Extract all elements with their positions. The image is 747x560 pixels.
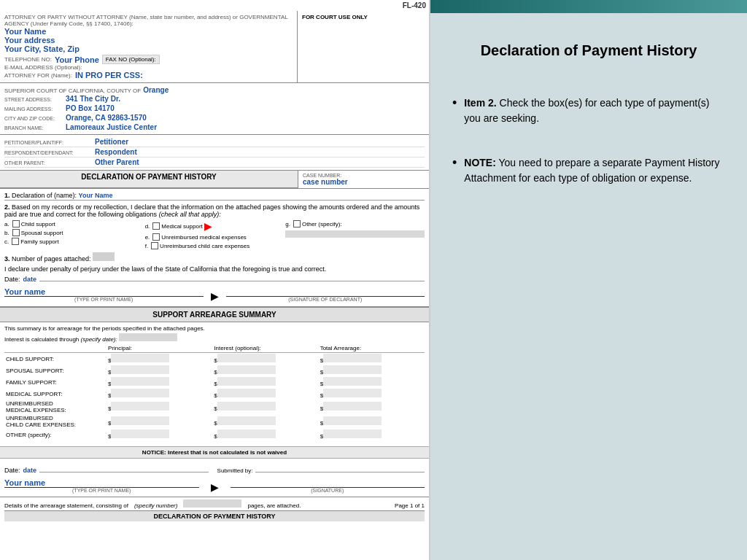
email-label: E-MAIL ADDRESS (Optional): (4, 64, 82, 71)
unreimb-med-interest[interactable] (217, 402, 276, 411)
submitted-line (255, 472, 425, 472)
other-total[interactable] (323, 429, 382, 438)
case-number-label: CASE NUMBER: (303, 173, 425, 178)
summary-type-print: (TYPE OR PRINT NAME) (4, 488, 199, 493)
checkbox-e: e. Unreimbursed medical expenses (145, 233, 285, 241)
footer-row: Details of the arrearage statement, cons… (4, 499, 425, 509)
family-interest[interactable] (217, 377, 276, 386)
row-label: SPOUSAL SUPPORT: (4, 365, 107, 376)
date-value: date (23, 276, 37, 283)
your-name-field: Your name (4, 287, 204, 296)
family-total[interactable] (323, 377, 382, 386)
tel-value: Your Phone (55, 55, 99, 64)
attorney-left: ATTORNEY OR PARTY WITHOUT ATTORNEY (Name… (0, 11, 298, 82)
child-total[interactable] (323, 354, 382, 362)
spousal-total[interactable] (323, 365, 382, 374)
bullet-2: • NOTE: You need to prepare a separate P… (452, 155, 725, 186)
summary-note2: Interest is calculated through (specify … (4, 333, 425, 343)
checkbox-b: b. Spousal support (4, 229, 144, 236)
checkbox-f-box[interactable] (151, 242, 158, 249)
perjury-statement: I declare under penalty of perjury under… (4, 265, 425, 273)
row-unreimbursed-medical: UNREIMBURSEDMEDICAL EXPENSES: $ $ $ (4, 400, 425, 414)
spousal-principal[interactable] (111, 365, 169, 374)
checkbox-c-box[interactable] (12, 238, 19, 245)
medical-principal[interactable] (111, 389, 169, 397)
info-title: Declaration of Payment History (452, 42, 725, 59)
checkbox-f-label: Unreimbursed child care expenses (160, 243, 249, 249)
spousal-interest[interactable] (217, 365, 276, 374)
branch-value: Lamoreaux Justice Center (66, 123, 157, 131)
unreimb-cc-principal[interactable] (111, 416, 169, 425)
form-title: DECLARATION OF PAYMENT HISTORY (0, 171, 298, 188)
court-county: Orange (143, 86, 169, 94)
court-label: SUPERIOR COURT OF CALIFORNIA, COUNTY OF (4, 88, 141, 94)
checkbox-g: g. Other (specify): (285, 220, 425, 228)
row-label: MEDICAL SUPPORT: (4, 388, 107, 400)
court-section: SUPERIOR COURT OF CALIFORNIA, COUNTY OF … (0, 83, 429, 135)
summary-name-field: Your name (TYPE OR PRINT NAME) (4, 478, 199, 493)
checkbox-d: d. Medical support ▶ (145, 220, 285, 232)
summary-section: This summary is for arrearage for the pe… (0, 322, 429, 443)
row-label: OTHER (specify): (4, 429, 107, 440)
child-interest[interactable] (217, 354, 276, 362)
unreimb-cc-total[interactable] (323, 416, 382, 425)
summary-date-row: Date: date Submitted by: (4, 467, 425, 474)
bullet-dot-2: • (452, 155, 457, 171)
fax-field: FAX NO (Optional): (102, 55, 160, 64)
pages-field[interactable] (93, 252, 115, 261)
bullet-2-text: NOTE: You need to prepare a separate Pay… (464, 155, 725, 186)
petitioner-label: PETITIONER/PLAINTIFF: (4, 140, 92, 145)
unreimb-cc-interest[interactable] (217, 416, 276, 425)
bullet-2-bold: NOTE: (464, 157, 496, 168)
item-3: 3. Number of pages attached: (4, 252, 425, 262)
medical-interest[interactable] (217, 389, 276, 397)
for-court-box: FOR COURT USE ONLY (298, 11, 429, 82)
attorney-label: ATTORNEY OR PARTY WITHOUT ATTORNEY (Name… (4, 14, 293, 27)
specify-number-input[interactable] (183, 499, 241, 508)
checkbox-b-box[interactable] (12, 229, 20, 236)
row-child-support: CHILD SUPPORT: $ $ $ (4, 353, 425, 365)
pages-attached-text: pages, are attached. (247, 502, 301, 509)
other-parent-label: OTHER PARENT: (4, 160, 92, 166)
bullet-1-rest: Check the box(es) for each type of payme… (464, 97, 709, 124)
petitioner-value: Petitioner (95, 138, 128, 146)
checkbox-d-box[interactable] (152, 222, 160, 230)
bottom-form-title: DECLARATION OF PAYMENT HISTORY (4, 510, 425, 521)
col-total: Total Arrearage: (319, 344, 425, 353)
bullet-2-rest: You need to prepare a separate Payment H… (464, 157, 719, 184)
footer-text: Details of the arrearage statement, cons… (4, 502, 128, 509)
summary-date-value: date (23, 467, 37, 474)
summary-your-name: Your name (4, 478, 199, 487)
checkbox-a-label: Child support (21, 221, 55, 228)
row-label: UNREIMBURSEDCHILD CARE EXPENSES: (4, 414, 107, 429)
respondent-value: Respondent (95, 148, 137, 156)
unreimb-med-total[interactable] (323, 402, 382, 411)
summary-signature-row: Your name (TYPE OR PRINT NAME) ▶ (SIGNAT… (4, 477, 425, 493)
child-principal[interactable] (111, 354, 169, 362)
other-parent-value: Other Parent (95, 158, 139, 166)
medical-total[interactable] (323, 389, 382, 397)
checkbox-d-label: Medical support (161, 223, 202, 230)
checkbox-e-box[interactable] (152, 233, 160, 241)
city-zip-label: CITY AND ZIP CODE: (4, 116, 63, 121)
other-principal[interactable] (111, 429, 169, 438)
form-body: 1. Declaration of (name): Your Name 2. B… (0, 189, 429, 306)
bullet-1-text: Item 2. Check the box(es) for each type … (464, 96, 725, 126)
family-principal[interactable] (111, 377, 169, 386)
signature-field-container: (SIGNATURE OF DECLARANT) (226, 286, 425, 302)
item-1: 1. Declaration of (name): Your Name (4, 192, 425, 201)
signature-caption: (SIGNATURE OF DECLARANT) (226, 297, 425, 302)
bullet-1: • Item 2. Check the box(es) for each typ… (452, 96, 725, 126)
unreimb-med-principal[interactable] (111, 402, 169, 411)
checkbox-g-box[interactable] (293, 220, 301, 228)
row-other: OTHER (specify): $ $ $ (4, 429, 425, 440)
attorney-section: ATTORNEY OR PARTY WITHOUT ATTORNEY (Name… (0, 11, 429, 83)
attorney-name: Your Name (4, 27, 293, 36)
form-panel: FL-420 ATTORNEY OR PARTY WITHOUT ATTORNE… (0, 0, 430, 560)
item1-label: Declaration of (12, 192, 53, 199)
respondent-label: RESPONDENT/DEFENDANT: (4, 150, 92, 155)
specify-date-input[interactable] (119, 333, 177, 341)
other-interest[interactable] (217, 429, 276, 438)
checkbox-a-box[interactable] (12, 220, 20, 228)
summary-table: Principal: Interest (optional): Total Ar… (4, 344, 425, 440)
